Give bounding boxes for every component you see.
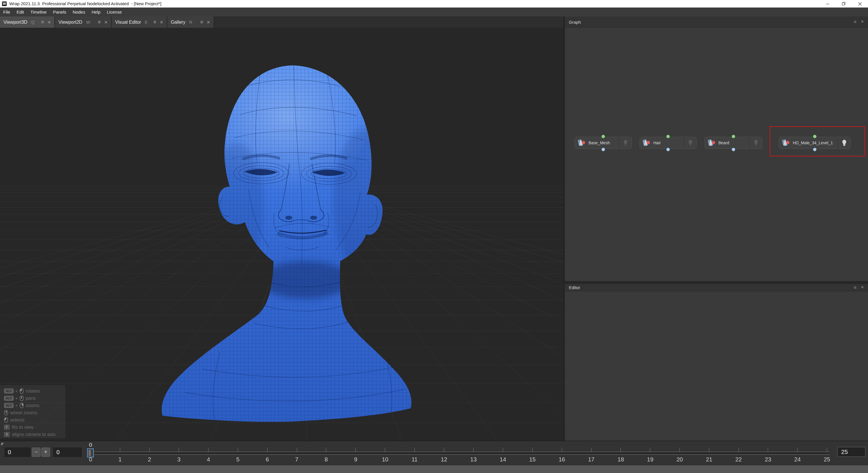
editor-canvas[interactable] <box>565 292 868 441</box>
help-label: pans <box>26 396 36 401</box>
ruler-tick-label: 15 <box>529 456 535 463</box>
mouse-left-button-icon <box>20 388 24 394</box>
ruler-tick <box>650 448 650 451</box>
node-visibility-toggle[interactable] <box>749 137 762 148</box>
mouse-mid-button-icon <box>4 410 8 415</box>
menu-item-edit[interactable]: Edit <box>13 7 27 16</box>
ruler-tick-label: 11 <box>411 456 417 463</box>
geometry-node-icon <box>642 139 651 147</box>
node-input-port[interactable] <box>666 148 670 151</box>
key-badge-alt: ALT <box>4 403 13 408</box>
node-visibility-toggle[interactable] <box>619 137 631 148</box>
timeline-collapse-icon[interactable] <box>1 443 4 446</box>
graph-menu-icon[interactable]: ≡ <box>854 20 857 25</box>
menu-item-nodes[interactable]: Nodes <box>69 7 88 16</box>
ruler-tick <box>238 448 238 451</box>
graph-canvas[interactable]: Base_Mesh Hair Beard HD_Male_34_Level_1 <box>565 28 868 281</box>
visibility-bulb-icon[interactable] <box>623 139 628 146</box>
key-badge-alt: ALT <box>4 396 13 401</box>
menu-item-panels[interactable]: Panels <box>50 7 69 16</box>
minimize-button[interactable] <box>819 0 836 7</box>
help-label: zooms <box>26 403 39 408</box>
ruler-tick <box>120 448 120 451</box>
ruler-tick <box>149 448 150 451</box>
graph-panel-header: Graph ≡ ✕ <box>565 16 868 28</box>
viewport3d-canvas[interactable]: ALT+rotatesALT+pansALT+zoomswheel zoomss… <box>0 28 564 441</box>
head-mesh[interactable] <box>156 54 423 435</box>
tab-viewport3d[interactable]: Viewport3DQ≡✕ <box>0 16 55 28</box>
ruler-tick <box>827 448 827 451</box>
help-label: aligns camera to axis <box>12 432 55 437</box>
plus-sign: + <box>16 403 18 408</box>
frame-decrement-button[interactable]: − <box>32 447 40 457</box>
ruler-tick-label: 6 <box>266 456 269 463</box>
viewport-tab-bar: Viewport3DQ≡✕Viewport2DW≡✕Visual EditorE… <box>0 16 564 28</box>
ruler-tick-label: 22 <box>735 456 742 463</box>
node-output-port[interactable] <box>732 135 735 138</box>
tab-visual-editor[interactable]: Visual EditorE≡✕ <box>112 16 167 28</box>
node-input-port[interactable] <box>732 148 735 151</box>
editor-panel-header: Editor ≡ ✕ <box>565 282 868 292</box>
geometry-node-icon <box>707 139 716 147</box>
graph-node-hair[interactable]: Hair <box>640 137 697 149</box>
window-title: Wrap 2021.11.3 Professional Perpetual No… <box>9 0 161 7</box>
ruler-tick <box>355 448 356 451</box>
frame-start-field[interactable]: 0 <box>5 447 30 457</box>
frame-counter-field[interactable]: 0 <box>53 447 82 457</box>
ruler-tick-label: 8 <box>324 456 328 463</box>
help-label: selects <box>10 417 25 423</box>
mouse-left-button-icon <box>4 417 8 423</box>
ruler-tick-label: 13 <box>470 456 476 463</box>
tab-menu-icon[interactable]: ≡ <box>153 20 156 25</box>
ruler-tick-label: 16 <box>559 456 565 463</box>
tab-menu-icon[interactable]: ≡ <box>41 20 44 25</box>
ruler-tick <box>208 448 209 451</box>
node-input-port[interactable] <box>601 148 605 151</box>
graph-close-icon[interactable]: ✕ <box>861 20 864 25</box>
frame-increment-button[interactable]: + <box>41 447 50 457</box>
tab-gallery[interactable]: GalleryR≡✕ <box>167 16 214 28</box>
help-label: fits to view <box>12 425 34 430</box>
ruler-tick-label: 5 <box>236 456 239 463</box>
tab-close-icon[interactable]: ✕ <box>160 20 163 25</box>
ruler-tick-label: 7 <box>295 456 298 463</box>
menu-item-help[interactable]: Help <box>88 7 103 16</box>
ruler-tick-label: 24 <box>794 456 801 463</box>
tab-close-icon[interactable]: ✕ <box>48 20 51 25</box>
node-visibility-toggle[interactable] <box>684 137 696 148</box>
tab-menu-icon[interactable]: ≡ <box>98 20 101 25</box>
help-row: selects <box>0 416 65 424</box>
close-button[interactable] <box>852 0 868 7</box>
timeline-playhead[interactable] <box>87 448 94 458</box>
ruler-tick <box>562 448 562 451</box>
ruler-tick <box>385 448 385 451</box>
editor-menu-icon[interactable]: ≡ <box>854 285 857 290</box>
ruler-tick <box>709 448 709 451</box>
timeline-track[interactable] <box>89 451 830 455</box>
node-output-port[interactable] <box>666 135 670 138</box>
help-row: ALT+pans <box>0 395 65 402</box>
tab-viewport2d[interactable]: Viewport2DW≡✕ <box>55 16 112 28</box>
geometry-node-icon <box>577 139 586 147</box>
visibility-bulb-icon[interactable] <box>753 139 758 146</box>
ruler-tick-label: 1 <box>118 456 122 463</box>
tab-close-icon[interactable]: ✕ <box>207 20 210 25</box>
frame-end-field[interactable]: 25 <box>837 447 865 457</box>
menu-item-file[interactable]: File <box>0 7 13 16</box>
graph-node-beard[interactable]: Beard <box>705 137 763 149</box>
ruler-tick <box>532 448 533 451</box>
graph-node-base_mesh[interactable]: Base_Mesh <box>575 137 632 149</box>
visibility-bulb-icon[interactable] <box>688 139 693 146</box>
key-badge-alt: ALT <box>4 388 13 394</box>
tab-menu-icon[interactable]: ≡ <box>200 20 203 25</box>
ruler-tick <box>768 448 768 451</box>
ruler-tick-label: 18 <box>617 456 624 463</box>
editor-close-icon[interactable]: ✕ <box>861 285 864 290</box>
key-badge-f: F <box>4 425 9 430</box>
tab-close-icon[interactable]: ✕ <box>104 20 107 25</box>
menu-item-timeline[interactable]: Timeline <box>27 7 50 16</box>
node-output-port[interactable] <box>601 135 605 138</box>
restore-button[interactable] <box>836 0 852 7</box>
menu-item-license[interactable]: License <box>103 7 125 16</box>
plus-sign: + <box>16 388 18 394</box>
